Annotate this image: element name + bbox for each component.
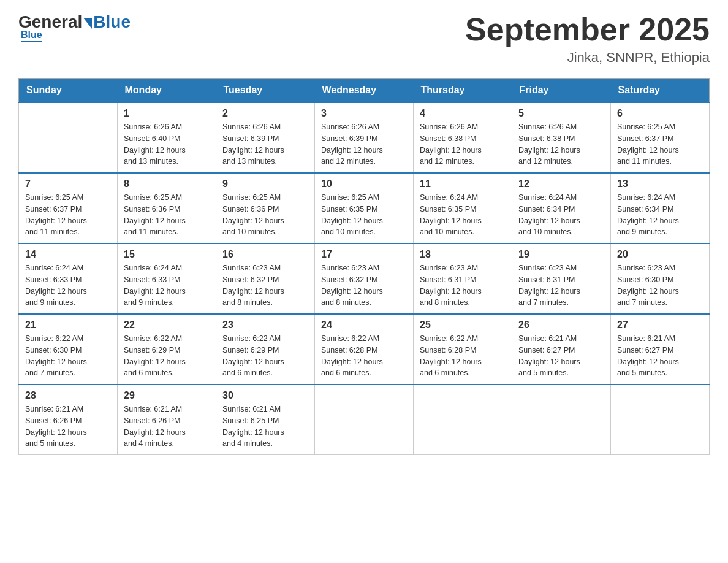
day-number: 9: [222, 178, 308, 190]
column-header-sunday: Sunday: [19, 79, 118, 103]
day-info: Sunrise: 6:25 AM Sunset: 6:36 PM Dayligh…: [124, 192, 210, 238]
column-header-wednesday: Wednesday: [315, 79, 414, 103]
day-number: 27: [617, 320, 703, 331]
calendar-title: September 2025: [465, 12, 710, 47]
day-info: Sunrise: 6:24 AM Sunset: 6:33 PM Dayligh…: [124, 262, 210, 308]
calendar-cell: 10Sunrise: 6:25 AM Sunset: 6:35 PM Dayli…: [315, 173, 414, 243]
calendar-cell: 21Sunrise: 6:22 AM Sunset: 6:30 PM Dayli…: [19, 314, 118, 385]
calendar-cell: 1Sunrise: 6:26 AM Sunset: 6:40 PM Daylig…: [118, 102, 216, 173]
day-number: 5: [518, 108, 604, 119]
column-header-monday: Monday: [118, 79, 216, 103]
day-info: Sunrise: 6:25 AM Sunset: 6:36 PM Dayligh…: [222, 192, 308, 238]
column-header-saturday: Saturday: [611, 79, 710, 103]
day-number: 19: [518, 249, 604, 260]
day-info: Sunrise: 6:26 AM Sunset: 6:38 PM Dayligh…: [518, 121, 604, 167]
day-number: 28: [25, 390, 111, 401]
calendar-cell: 18Sunrise: 6:23 AM Sunset: 6:31 PM Dayli…: [414, 243, 512, 314]
day-info: Sunrise: 6:25 AM Sunset: 6:35 PM Dayligh…: [321, 192, 407, 238]
logo-underline: Blue: [21, 29, 42, 42]
logo-arrow-icon: [83, 18, 92, 29]
calendar-cell: 30Sunrise: 6:21 AM Sunset: 6:25 PM Dayli…: [216, 385, 315, 455]
day-number: 3: [321, 108, 407, 119]
calendar-cell: 5Sunrise: 6:26 AM Sunset: 6:38 PM Daylig…: [512, 102, 611, 173]
day-number: 11: [420, 178, 506, 190]
day-info: Sunrise: 6:21 AM Sunset: 6:27 PM Dayligh…: [617, 333, 703, 379]
calendar-cell: [611, 385, 710, 455]
day-number: 23: [222, 320, 308, 331]
calendar-cell: 20Sunrise: 6:23 AM Sunset: 6:30 PM Dayli…: [611, 243, 710, 314]
day-info: Sunrise: 6:22 AM Sunset: 6:29 PM Dayligh…: [222, 333, 308, 379]
day-number: 25: [420, 320, 506, 331]
day-info: Sunrise: 6:21 AM Sunset: 6:26 PM Dayligh…: [124, 404, 210, 450]
calendar-cell: 3Sunrise: 6:26 AM Sunset: 6:39 PM Daylig…: [315, 102, 414, 173]
day-info: Sunrise: 6:24 AM Sunset: 6:35 PM Dayligh…: [420, 192, 506, 238]
calendar-cell: 26Sunrise: 6:21 AM Sunset: 6:27 PM Dayli…: [512, 314, 611, 385]
day-info: Sunrise: 6:23 AM Sunset: 6:32 PM Dayligh…: [321, 262, 407, 308]
day-number: 30: [222, 390, 308, 401]
day-info: Sunrise: 6:21 AM Sunset: 6:27 PM Dayligh…: [518, 333, 604, 379]
day-number: 21: [25, 320, 111, 331]
day-number: 24: [321, 320, 407, 331]
day-info: Sunrise: 6:22 AM Sunset: 6:28 PM Dayligh…: [321, 333, 407, 379]
logo: GeneralBlue Blue: [18, 12, 131, 42]
day-number: 18: [420, 249, 506, 260]
calendar-cell: 15Sunrise: 6:24 AM Sunset: 6:33 PM Dayli…: [118, 243, 216, 314]
day-info: Sunrise: 6:26 AM Sunset: 6:40 PM Dayligh…: [124, 121, 210, 167]
calendar-subtitle: Jinka, SNNPR, Ethiopia: [465, 50, 710, 66]
calendar-cell: 22Sunrise: 6:22 AM Sunset: 6:29 PM Dayli…: [118, 314, 216, 385]
logo-blue-text: Blue: [93, 12, 131, 32]
calendar-cell: 25Sunrise: 6:22 AM Sunset: 6:28 PM Dayli…: [414, 314, 512, 385]
day-info: Sunrise: 6:25 AM Sunset: 6:37 PM Dayligh…: [25, 192, 111, 238]
day-info: Sunrise: 6:23 AM Sunset: 6:30 PM Dayligh…: [617, 262, 703, 308]
calendar-table: SundayMondayTuesdayWednesdayThursdayFrid…: [18, 78, 710, 455]
calendar-week-row: 1Sunrise: 6:26 AM Sunset: 6:40 PM Daylig…: [19, 102, 710, 173]
day-info: Sunrise: 6:23 AM Sunset: 6:31 PM Dayligh…: [518, 262, 604, 308]
day-info: Sunrise: 6:26 AM Sunset: 6:39 PM Dayligh…: [321, 121, 407, 167]
day-info: Sunrise: 6:22 AM Sunset: 6:28 PM Dayligh…: [420, 333, 506, 379]
column-header-tuesday: Tuesday: [216, 79, 315, 103]
column-header-friday: Friday: [512, 79, 611, 103]
page-header: GeneralBlue Blue September 2025 Jinka, S…: [18, 12, 710, 66]
calendar-cell: [19, 102, 118, 173]
day-number: 16: [222, 249, 308, 260]
day-number: 7: [25, 178, 111, 190]
day-number: 2: [222, 108, 308, 119]
calendar-cell: 13Sunrise: 6:24 AM Sunset: 6:34 PM Dayli…: [611, 173, 710, 243]
day-info: Sunrise: 6:22 AM Sunset: 6:30 PM Dayligh…: [25, 333, 111, 379]
day-number: 10: [321, 178, 407, 190]
calendar-week-row: 21Sunrise: 6:22 AM Sunset: 6:30 PM Dayli…: [19, 314, 710, 385]
calendar-week-row: 14Sunrise: 6:24 AM Sunset: 6:33 PM Dayli…: [19, 243, 710, 314]
calendar-cell: 14Sunrise: 6:24 AM Sunset: 6:33 PM Dayli…: [19, 243, 118, 314]
calendar-cell: [414, 385, 512, 455]
day-info: Sunrise: 6:22 AM Sunset: 6:29 PM Dayligh…: [124, 333, 210, 379]
calendar-cell: 9Sunrise: 6:25 AM Sunset: 6:36 PM Daylig…: [216, 173, 315, 243]
day-number: 13: [617, 178, 703, 190]
calendar-week-row: 28Sunrise: 6:21 AM Sunset: 6:26 PM Dayli…: [19, 385, 710, 455]
calendar-cell: 12Sunrise: 6:24 AM Sunset: 6:34 PM Dayli…: [512, 173, 611, 243]
calendar-cell: 8Sunrise: 6:25 AM Sunset: 6:36 PM Daylig…: [118, 173, 216, 243]
calendar-cell: [512, 385, 611, 455]
day-number: 20: [617, 249, 703, 260]
calendar-cell: 16Sunrise: 6:23 AM Sunset: 6:32 PM Dayli…: [216, 243, 315, 314]
day-number: 15: [124, 249, 210, 260]
calendar-cell: 6Sunrise: 6:25 AM Sunset: 6:37 PM Daylig…: [611, 102, 710, 173]
calendar-cell: 24Sunrise: 6:22 AM Sunset: 6:28 PM Dayli…: [315, 314, 414, 385]
calendar-cell: 7Sunrise: 6:25 AM Sunset: 6:37 PM Daylig…: [19, 173, 118, 243]
calendar-week-row: 7Sunrise: 6:25 AM Sunset: 6:37 PM Daylig…: [19, 173, 710, 243]
calendar-cell: 23Sunrise: 6:22 AM Sunset: 6:29 PM Dayli…: [216, 314, 315, 385]
calendar-cell: [315, 385, 414, 455]
day-number: 17: [321, 249, 407, 260]
day-number: 26: [518, 320, 604, 331]
day-info: Sunrise: 6:21 AM Sunset: 6:26 PM Dayligh…: [25, 404, 111, 450]
day-info: Sunrise: 6:26 AM Sunset: 6:38 PM Dayligh…: [420, 121, 506, 167]
calendar-header-row: SundayMondayTuesdayWednesdayThursdayFrid…: [19, 79, 710, 103]
calendar-cell: 28Sunrise: 6:21 AM Sunset: 6:26 PM Dayli…: [19, 385, 118, 455]
day-info: Sunrise: 6:24 AM Sunset: 6:34 PM Dayligh…: [518, 192, 604, 238]
day-number: 12: [518, 178, 604, 190]
calendar-cell: 11Sunrise: 6:24 AM Sunset: 6:35 PM Dayli…: [414, 173, 512, 243]
calendar-cell: 17Sunrise: 6:23 AM Sunset: 6:32 PM Dayli…: [315, 243, 414, 314]
day-number: 6: [617, 108, 703, 119]
day-info: Sunrise: 6:23 AM Sunset: 6:31 PM Dayligh…: [420, 262, 506, 308]
day-info: Sunrise: 6:26 AM Sunset: 6:39 PM Dayligh…: [222, 121, 308, 167]
calendar-cell: 27Sunrise: 6:21 AM Sunset: 6:27 PM Dayli…: [611, 314, 710, 385]
